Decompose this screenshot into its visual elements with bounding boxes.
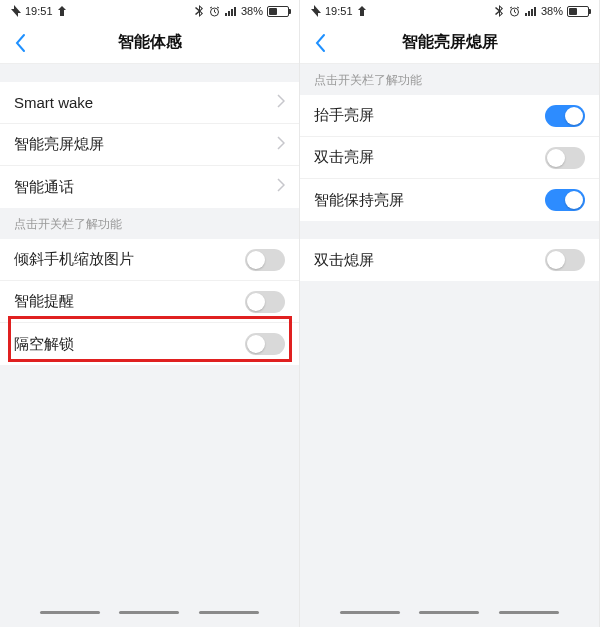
status-time: 19:51 [25,5,53,17]
row-smart-wake[interactable]: Smart wake [0,82,299,124]
battery-percent: 38% [541,5,563,17]
chevron-right-icon [277,94,285,112]
nav-back-key[interactable] [40,611,100,614]
back-button[interactable] [300,22,340,64]
nav-list: Smart wake 智能亮屏熄屏 智能通话 [0,82,299,208]
alarm-icon [509,5,521,17]
row-label: 智能亮屏熄屏 [14,135,277,154]
toggle-raise-to-wake[interactable] [545,105,585,127]
row-label: 双击熄屏 [314,251,545,270]
row-double-tap-off[interactable]: 双击熄屏 [300,239,599,281]
nav-recent-key[interactable] [499,611,559,614]
svg-rect-2 [228,11,230,16]
content: Smart wake 智能亮屏熄屏 智能通话 点击开关栏了解功能 [0,64,299,597]
row-label: 抬手亮屏 [314,106,545,125]
nav-bar [0,597,299,627]
header: 智能体感 [0,22,299,64]
upload-icon [356,5,368,17]
toggle-smart-keep-bright[interactable] [545,189,585,211]
row-label: 倾斜手机缩放图片 [14,250,245,269]
toggle-tilt-zoom[interactable] [245,249,285,271]
nav-recent-key[interactable] [199,611,259,614]
back-button[interactable] [0,22,40,64]
row-label: 智能通话 [14,178,277,197]
toggle-air-unlock[interactable] [245,333,285,355]
nav-bar [300,597,599,627]
status-time: 19:51 [325,5,353,17]
toggle-smart-remind[interactable] [245,291,285,313]
row-label: 隔空解锁 [14,335,245,354]
row-tilt-zoom[interactable]: 倾斜手机缩放图片 [0,239,299,281]
row-air-unlock[interactable]: 隔空解锁 [0,323,299,365]
section-header: 点击开关栏了解功能 [0,208,299,239]
toggle-list: 倾斜手机缩放图片 智能提醒 隔空解锁 [0,239,299,365]
row-label: 智能保持亮屏 [314,191,545,210]
upload-icon [56,5,68,17]
page-title: 智能亮屏熄屏 [300,32,599,53]
row-smart-remind[interactable]: 智能提醒 [0,281,299,323]
svg-rect-9 [534,7,536,16]
chevron-right-icon [277,136,285,154]
svg-rect-4 [234,7,236,16]
chevron-right-icon [277,178,285,196]
nav-back-key[interactable] [340,611,400,614]
signal-icon [525,5,537,17]
row-raise-to-wake[interactable]: 抬手亮屏 [300,95,599,137]
row-label: Smart wake [14,94,277,111]
header: 智能亮屏熄屏 [300,22,599,64]
nav-home-key[interactable] [119,611,179,614]
alarm-icon [209,5,221,17]
toggle-double-tap-off[interactable] [545,249,585,271]
left-screen: 19:51 38% 智能体感 Smart [0,0,300,627]
row-smart-call[interactable]: 智能通话 [0,166,299,208]
toggle-double-tap-wake[interactable] [545,147,585,169]
row-smart-bright-dark[interactable]: 智能亮屏熄屏 [0,124,299,166]
battery-charge-icon [10,5,22,17]
row-smart-keep-bright[interactable]: 智能保持亮屏 [300,179,599,221]
nav-home-key[interactable] [419,611,479,614]
toggle-list-2: 双击熄屏 [300,239,599,281]
battery-percent: 38% [241,5,263,17]
svg-rect-3 [231,9,233,16]
svg-rect-7 [528,11,530,16]
svg-rect-6 [525,13,527,16]
battery-icon [267,6,289,17]
bluetooth-icon [193,5,205,17]
row-label: 双击亮屏 [314,148,545,167]
content: 点击开关栏了解功能 抬手亮屏 双击亮屏 智能保持亮屏 双击熄屏 [300,64,599,597]
toggle-list-1: 抬手亮屏 双击亮屏 智能保持亮屏 [300,95,599,221]
row-double-tap-wake[interactable]: 双击亮屏 [300,137,599,179]
svg-rect-1 [225,13,227,16]
battery-charge-icon [310,5,322,17]
page-title: 智能体感 [0,32,299,53]
signal-icon [225,5,237,17]
right-screen: 19:51 38% 智能亮屏熄屏 点击开关栏了解功能 [300,0,600,627]
status-bar: 19:51 38% [300,0,599,22]
section-header: 点击开关栏了解功能 [300,64,599,95]
battery-icon [567,6,589,17]
bluetooth-icon [493,5,505,17]
row-label: 智能提醒 [14,292,245,311]
status-bar: 19:51 38% [0,0,299,22]
svg-rect-8 [531,9,533,16]
